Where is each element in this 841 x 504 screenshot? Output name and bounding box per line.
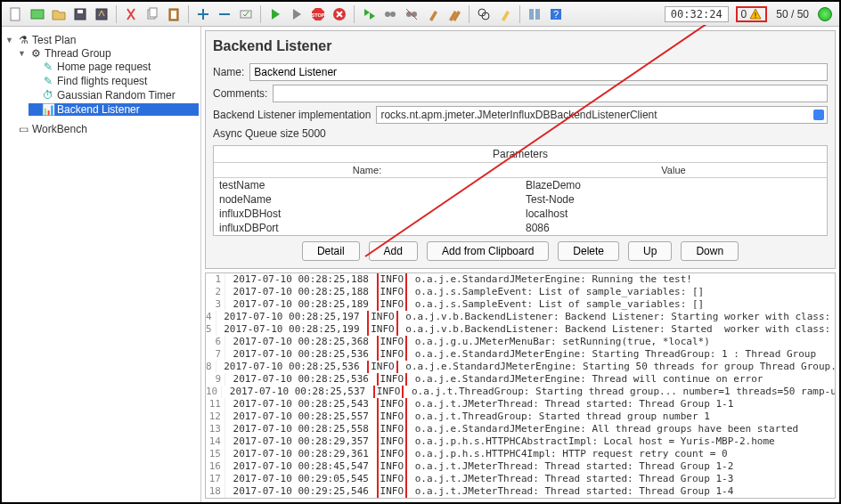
- log-row: 7 2017-07-10 00:28:25,536 INFO o.a.j.e.S…: [206, 348, 835, 361]
- log-row: 6 2017-07-10 00:28:25,368 INFO o.a.j.g.u…: [206, 336, 835, 348]
- save-icon[interactable]: [70, 4, 90, 24]
- param-value: Test-Node: [520, 192, 827, 207]
- tree-label: Home page request: [57, 61, 151, 73]
- comments-label: Comments:: [213, 87, 267, 100]
- remote-shutdown-icon[interactable]: [402, 4, 421, 24]
- param-name: influxDBHost: [214, 207, 520, 221]
- log-row: 9 2017-07-10 00:28:25,536 INFO o.a.j.e.S…: [206, 373, 835, 386]
- warning-count: 0: [741, 8, 747, 20]
- remote-start-icon[interactable]: [359, 4, 379, 24]
- toggle-icon[interactable]: [236, 4, 256, 24]
- svg-rect-1: [31, 10, 44, 19]
- function-helper-icon[interactable]: [525, 4, 544, 24]
- elapsed-time: 00:32:24: [665, 6, 729, 22]
- svg-text:!: !: [755, 11, 757, 20]
- param-value: localhost: [520, 207, 827, 221]
- log-row: 18 2017-07-10 00:29:25,546 INFO o.a.j.t.…: [206, 485, 835, 498]
- svg-rect-20: [535, 9, 540, 20]
- log-row: 1 2017-07-10 00:28:25,188 INFO o.a.j.e.S…: [206, 273, 835, 286]
- log-row: 3 2017-07-10 00:28:25,189 INFO o.a.j.s.S…: [206, 298, 835, 311]
- tree-test-plan[interactable]: ▼Test Plan: [4, 34, 199, 46]
- comments-input[interactable]: [273, 85, 828, 102]
- log-viewer[interactable]: 1 2017-07-10 00:28:25,188 INFO o.a.j.e.S…: [205, 272, 836, 499]
- detail-button[interactable]: Detail: [302, 241, 360, 261]
- tree-panel: ▼Test Plan ▼Thread Group Home page reque…: [2, 27, 201, 502]
- async-label: Async Queue size 5000: [213, 127, 326, 140]
- tree-label: Backend Listener: [57, 103, 140, 116]
- add-button[interactable]: Add: [369, 241, 418, 261]
- delete-button[interactable]: Delete: [558, 241, 619, 261]
- expand-icon[interactable]: [193, 4, 213, 24]
- clear-all-icon[interactable]: [445, 4, 464, 24]
- tree-label: Gaussian Random Timer: [57, 89, 176, 102]
- open-icon[interactable]: [49, 4, 69, 24]
- tree-label: WorkBench: [32, 123, 87, 135]
- table-row[interactable]: nodeNameTest-Node: [214, 192, 827, 207]
- svg-point-14: [390, 12, 396, 17]
- svg-point-15: [406, 12, 412, 17]
- svg-rect-8: [171, 11, 176, 19]
- panel-title: Backend Listener: [213, 38, 828, 54]
- tree-item[interactable]: Find flights request: [29, 75, 199, 87]
- new-icon[interactable]: [6, 4, 26, 24]
- clear-icon[interactable]: [423, 4, 443, 24]
- tree-workbench[interactable]: WorkBench: [4, 123, 199, 135]
- item-icon: [42, 75, 54, 87]
- tree-item[interactable]: Gaussian Random Timer: [29, 89, 199, 102]
- log-row: 14 2017-07-10 00:28:29,357 INFO o.a.j.p.…: [206, 435, 835, 448]
- running-indicator-icon: [818, 7, 832, 21]
- warning-icon: !: [749, 8, 762, 20]
- search-icon[interactable]: [474, 4, 494, 24]
- paste-icon[interactable]: [164, 4, 184, 24]
- name-input[interactable]: [249, 63, 828, 81]
- up-button[interactable]: Up: [628, 241, 672, 261]
- svg-point-13: [385, 12, 390, 17]
- log-row: 16 2017-07-10 00:28:45,547 INFO o.a.j.t.…: [206, 460, 835, 473]
- param-value: BlazeDemo: [520, 178, 827, 192]
- workbench-icon: [17, 123, 29, 135]
- log-row: 2 2017-07-10 00:28:25,188 INFO o.a.j.s.S…: [206, 286, 835, 298]
- stop-icon[interactable]: STOP: [308, 4, 328, 24]
- table-row[interactable]: influxDBPort8086: [214, 221, 827, 235]
- log-row: 4 2017-07-10 00:28:25,197 INFO o.a.j.v.b…: [206, 311, 835, 323]
- collapse-icon[interactable]: [215, 4, 234, 24]
- table-row[interactable]: influxDBHostlocalhost: [214, 207, 827, 221]
- table-row[interactable]: testNameBlazeDemo: [214, 178, 827, 192]
- item-icon: [42, 61, 54, 73]
- add-from-clipboard-button[interactable]: Add from Clipboard: [427, 241, 549, 261]
- help-icon[interactable]: ?: [546, 4, 566, 24]
- impl-dropdown[interactable]: rocks.nt.apm.jmeter.JMeterInfluxDBBacken…: [376, 106, 828, 124]
- templates-icon[interactable]: [28, 4, 47, 24]
- tree-item[interactable]: Backend Listener: [29, 103, 199, 116]
- svg-rect-0: [11, 8, 20, 20]
- svg-rect-19: [529, 9, 534, 20]
- param-value: 8086: [520, 221, 827, 235]
- item-icon: [42, 89, 54, 102]
- gear-icon: [29, 47, 42, 60]
- param-name: influxDBPort: [214, 221, 520, 235]
- save-as-icon[interactable]: [92, 4, 111, 24]
- svg-text:?: ?: [553, 9, 559, 20]
- cut-icon[interactable]: [121, 4, 141, 24]
- svg-rect-3: [78, 10, 83, 13]
- remote-stop-icon[interactable]: [380, 4, 400, 24]
- tree-item[interactable]: Home page request: [29, 61, 199, 73]
- log-row: 13 2017-07-10 00:28:25,558 INFO o.a.j.e.…: [206, 423, 835, 435]
- shutdown-icon[interactable]: [330, 4, 349, 24]
- svg-point-16: [412, 12, 417, 17]
- run-notimers-icon[interactable]: [287, 4, 306, 24]
- config-panel: Backend Listener Name: Comments: Backend…: [205, 30, 836, 269]
- col-name: Name:: [214, 163, 520, 177]
- tree-label: Find flights request: [57, 75, 147, 87]
- parameters-title: Parameters: [214, 146, 827, 163]
- tree-thread-group[interactable]: ▼Thread Group: [16, 47, 199, 60]
- reset-search-icon[interactable]: [495, 4, 515, 24]
- down-button[interactable]: Down: [681, 241, 739, 261]
- run-icon[interactable]: [265, 4, 285, 24]
- copy-icon[interactable]: [143, 4, 162, 24]
- tree-label: Thread Group: [45, 47, 111, 60]
- warning-indicator[interactable]: 0 !: [736, 6, 768, 22]
- log-row: 5 2017-07-10 00:28:25,199 INFO o.a.j.v.b…: [206, 323, 835, 336]
- param-name: testName: [214, 178, 520, 192]
- log-row: 17 2017-07-10 00:29:05,545 INFO o.a.j.t.…: [206, 473, 835, 485]
